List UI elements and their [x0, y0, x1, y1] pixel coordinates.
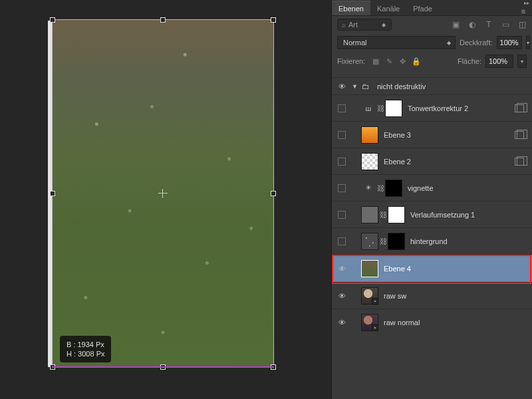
disclosure-triangle-icon[interactable]: ▼ [352, 83, 360, 90]
layers-list: 👁 ▼ 🗀 nicht destruktiv ш ⛓ Tonwertkorrek… [332, 77, 532, 399]
layer-thumbnail[interactable]: ▪ [361, 314, 378, 331]
layer-group-name: nicht destruktiv [377, 82, 426, 90]
blend-opacity-row: Normal ◆ Deckkraft: 100% ▾ [332, 33, 532, 52]
layer-name: Tonwertkorrektur 2 [408, 104, 468, 112]
filter-type-icon[interactable]: T [484, 20, 493, 29]
visibility-toggle[interactable] [332, 228, 352, 254]
levels-adjust-icon: ш [361, 104, 376, 112]
layer-row[interactable]: 👁 ▪ raw sw [332, 282, 532, 309]
layer-row[interactable]: ш ⛓ Tonwertkorrektur 2 [332, 94, 532, 121]
visibility-toggle[interactable] [332, 175, 352, 201]
transform-handle-e[interactable] [271, 191, 276, 196]
layer-thumbnail[interactable] [361, 153, 378, 170]
visibility-toggle[interactable]: 👁 [332, 309, 352, 335]
lock-all-icon[interactable]: 🔒 [412, 57, 420, 66]
layer-name: Verlaufumsetzung 1 [410, 211, 475, 219]
layer-name: vignette [408, 184, 434, 192]
transform-handle-ne[interactable] [271, 17, 276, 23]
tab-channels[interactable]: Kanäle [370, 1, 406, 15]
layer-name: Ebene 4 [384, 265, 411, 273]
layer-filter-label: Art [348, 21, 358, 29]
layer-group-row[interactable]: 👁 ▼ 🗀 nicht destruktiv [332, 77, 532, 94]
transform-info-badge: B : 1934 Px H : 3008 Px [60, 336, 111, 362]
blend-mode-select[interactable]: Normal ◆ [337, 36, 456, 49]
transform-handle-s[interactable] [160, 364, 166, 370]
clipping-indicator-icon [512, 154, 527, 169]
layer-thumbnail[interactable] [361, 233, 378, 250]
layer-filter-select[interactable]: ⌕ Art ◆ [337, 19, 392, 31]
layer-row[interactable]: ⛓ hintergrund [332, 227, 532, 254]
canvas-area: B : 1934 Px H : 3008 Px [0, 0, 331, 399]
visibility-toggle[interactable]: 👁 [332, 283, 352, 309]
visibility-toggle[interactable] [332, 95, 352, 121]
panel-tabs: Ebenen Kanäle Pfade ≡ [332, 0, 532, 16]
visibility-toggle[interactable]: 👁 [332, 78, 352, 94]
layer-row[interactable]: Ebene 2 [332, 148, 532, 174]
layer-name: raw sw [384, 292, 406, 300]
opacity-input[interactable]: 100% [497, 36, 522, 49]
layer-mask-thumbnail[interactable] [388, 233, 405, 250]
layers-panel: ▸▸ Ebenen Kanäle Pfade ≡ ⌕ Art ◆ ▣ ◐ T ▭… [331, 0, 532, 399]
layer-row[interactable]: ⛓ Verlaufumsetzung 1 [332, 201, 532, 227]
layer-name: Ebene 2 [384, 158, 411, 166]
smartobj-badge-icon: ▪ [372, 298, 378, 305]
layer-thumbnail[interactable] [361, 260, 378, 277]
fill-input[interactable]: 100% [485, 55, 513, 68]
lock-position-icon[interactable]: ✥ [398, 57, 406, 66]
fill-label: Fläche: [458, 57, 481, 65]
layer-mask-thumbnail[interactable] [385, 100, 402, 117]
filter-adjust-icon[interactable]: ◐ [467, 20, 477, 29]
clipping-indicator-icon [512, 128, 527, 142]
folder-icon: 🗀 [360, 82, 372, 91]
visibility-toggle[interactable] [332, 122, 352, 148]
lock-transparency-icon[interactable]: ▩ [372, 57, 380, 66]
link-icon[interactable]: ⛓ [376, 104, 385, 112]
chevron-updown-icon: ◆ [447, 40, 451, 46]
lock-pixels-icon[interactable]: ✎ [385, 57, 393, 66]
opacity-value: 100% [500, 39, 519, 47]
search-icon: ⌕ [342, 21, 346, 29]
layer-row[interactable]: 👁 ▪ raw normal [332, 309, 532, 335]
layer-name: raw normal [384, 319, 420, 327]
opacity-label: Deckkraft: [460, 39, 493, 47]
smartobj-badge-icon: ▪ [372, 325, 378, 331]
collapse-panel-icon[interactable]: ▸▸ [524, 0, 529, 6]
transform-height-label: H : 3008 Px [66, 349, 104, 358]
transform-handle-se[interactable] [271, 364, 276, 370]
transform-handle-nw[interactable] [50, 17, 55, 23]
gradientmap-adjust-icon [361, 206, 378, 223]
tab-paths[interactable]: Pfade [406, 1, 439, 15]
layer-row-selected[interactable]: 👁 Ebene 4 [332, 254, 532, 282]
layer-mask-thumbnail[interactable] [385, 180, 402, 197]
chevron-updown-icon: ◆ [379, 22, 387, 28]
lock-label: Fixieren: [337, 57, 365, 65]
layer-name: hintergrund [410, 237, 448, 245]
layer-thumbnail[interactable] [361, 126, 378, 144]
link-icon[interactable]: ⛓ [376, 184, 385, 192]
fill-stepper[interactable]: ▾ [517, 55, 527, 68]
filter-smartobj-icon[interactable]: ◫ [517, 20, 527, 29]
link-icon[interactable]: ⛓ [378, 211, 388, 219]
layer-mask-thumbnail[interactable] [388, 206, 405, 223]
transform-handle-n[interactable] [160, 17, 166, 23]
visibility-toggle[interactable] [332, 201, 352, 227]
layer-row[interactable]: Ebene 3 [332, 121, 532, 148]
filter-shape-icon[interactable]: ▭ [501, 20, 510, 29]
transform-width-label: B : 1934 Px [66, 340, 104, 349]
transform-handle-w[interactable] [50, 191, 55, 196]
link-icon[interactable]: ⛓ [378, 237, 388, 245]
free-transform-bounding-box[interactable] [52, 19, 274, 368]
visibility-toggle[interactable]: 👁 [332, 255, 352, 282]
tab-layers[interactable]: Ebenen [332, 1, 370, 15]
lock-fill-row: Fixieren: ▩ ✎ ✥ 🔒 Fläche: 100% ▾ [332, 52, 532, 70]
visibility-toggle[interactable] [332, 148, 352, 174]
layer-filter-row: ⌕ Art ◆ ▣ ◐ T ▭ ◫ [332, 16, 532, 33]
layer-row[interactable]: ☀ ⛓ vignette [332, 174, 532, 201]
fill-value: 100% [489, 57, 507, 65]
transform-handle-sw[interactable] [50, 364, 55, 370]
layer-name: Ebene 3 [384, 131, 411, 139]
layer-thumbnail[interactable]: ▪ [361, 287, 378, 305]
panel-menu-icon[interactable]: ≡ [519, 7, 528, 15]
opacity-stepper[interactable]: ▾ [526, 36, 530, 49]
filter-image-icon[interactable]: ▣ [451, 20, 460, 29]
